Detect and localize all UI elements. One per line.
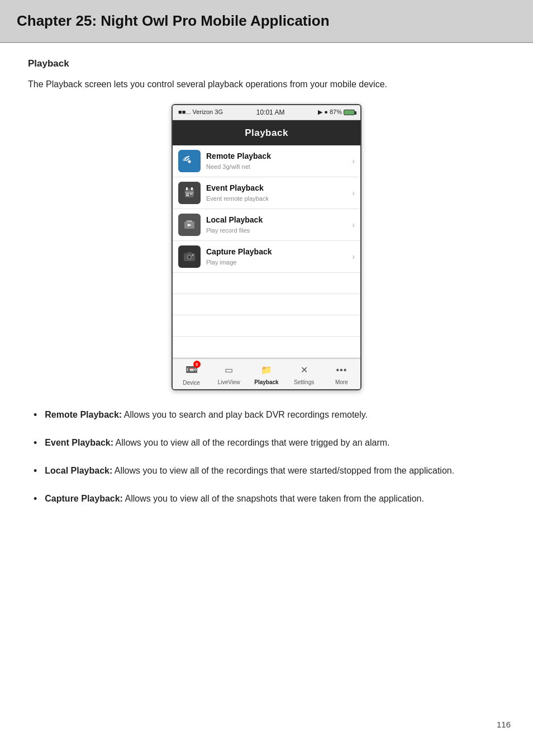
event-playback-title: Event Playback	[206, 182, 352, 194]
event-playback-text: Event Playback Event remote playback	[206, 182, 352, 204]
device-badge: 3	[193, 361, 201, 368]
bullet-dot-local: •	[34, 464, 37, 479]
svg-point-15	[192, 254, 194, 256]
svg-rect-6	[190, 193, 193, 195]
menu-item-remote[interactable]: Remote Playback Need 3g/wifi net ›	[173, 145, 360, 177]
empty-row-1	[173, 273, 360, 294]
page-number: 116	[497, 719, 511, 731]
menu-item-capture[interactable]: Capture Playback Play image ›	[173, 241, 360, 273]
tab-settings[interactable]: ✕ Settings	[290, 363, 318, 386]
status-carrier: ■■... Verizon 3G	[178, 107, 223, 117]
capture-icon	[178, 245, 201, 268]
event-icon	[178, 182, 201, 204]
remote-chevron: ›	[352, 155, 355, 167]
device-badge-container: 📼 3	[185, 362, 198, 377]
intro-text: The Playback screen lets you control sev…	[28, 77, 505, 92]
tab-playback[interactable]: 📁 Playback	[253, 363, 280, 386]
capture-playback-subtitle: Play image	[206, 258, 352, 267]
bullet-term-local: Local Playback:	[45, 466, 112, 475]
more-tab-icon: •••	[336, 363, 347, 377]
playback-tab-icon: 📁	[261, 363, 272, 377]
battery-icon	[344, 110, 355, 115]
svg-rect-4	[185, 192, 194, 193]
bullet-dot-event: •	[34, 436, 37, 451]
bullet-term-event: Event Playback:	[45, 438, 113, 447]
status-icons: ▶ ● 87%	[318, 107, 355, 117]
more-tab-label: More	[335, 378, 348, 386]
local-icon	[178, 214, 201, 236]
local-chevron: ›	[352, 219, 355, 231]
bullet-text-local: Local Playback: Allows you to view all o…	[45, 463, 454, 478]
menu-item-local[interactable]: Local Playback Play record files ›	[173, 209, 360, 241]
empty-row-2	[173, 294, 360, 315]
svg-point-13	[188, 256, 191, 259]
tab-liveview[interactable]: ▭ LiveView	[215, 363, 243, 386]
liveview-tab-icon: ▭	[225, 363, 233, 377]
event-playback-subtitle: Event remote playback	[206, 194, 352, 204]
bullet-text-event: Event Playback: Allows you to view all o…	[45, 435, 389, 450]
tab-more[interactable]: ••• More	[327, 363, 355, 386]
settings-tab-label: Settings	[294, 378, 314, 386]
chapter-header: Chapter 25: Night Owl Pro Mobile Applica…	[0, 0, 533, 43]
tab-device[interactable]: 📼 3 Device	[178, 362, 206, 387]
local-playback-subtitle: Play record files	[206, 226, 352, 235]
svg-rect-14	[187, 252, 192, 254]
bullet-text-capture: Capture Playback: Allows you to view all…	[45, 491, 424, 506]
phone-screen-title: Playback	[173, 120, 360, 146]
bullet-desc-remote: Allows you to search and play back DVR r…	[124, 410, 368, 419]
capture-chevron: ›	[352, 251, 355, 263]
menu-list: Remote Playback Need 3g/wifi net ›	[173, 145, 360, 358]
status-bar: ■■... Verizon 3G 10:01 AM ▶ ● 87%	[173, 105, 360, 120]
section-title: Playback	[28, 56, 505, 71]
bullet-desc-capture: Allows you to view all of the snapshots …	[125, 494, 423, 503]
main-content: Playback The Playback screen lets you co…	[0, 43, 533, 742]
status-time: 10:01 AM	[256, 107, 285, 117]
liveview-tab-label: LiveView	[218, 378, 240, 386]
chapter-title: Chapter 25: Night Owl Pro Mobile Applica…	[17, 10, 516, 32]
device-tab-label: Device	[183, 379, 200, 387]
bullet-dot-remote: •	[34, 408, 37, 423]
bullet-item-local: • Local Playback: Allows you to view all…	[34, 463, 505, 479]
bullet-term-capture: Capture Playback:	[45, 494, 123, 503]
svg-rect-7	[186, 195, 189, 196]
empty-row-3	[173, 315, 360, 337]
remote-playback-text: Remote Playback Need 3g/wifi net	[206, 150, 352, 172]
svg-rect-3	[191, 187, 193, 190]
playback-tab-label: Playback	[254, 378, 278, 386]
svg-point-0	[188, 160, 191, 163]
remote-playback-subtitle: Need 3g/wifi net	[206, 162, 352, 172]
remote-icon	[178, 150, 201, 172]
empty-row-4	[173, 337, 360, 358]
bullet-item-event: • Event Playback: Allows you to view all…	[34, 435, 505, 451]
local-playback-title: Local Playback	[206, 214, 352, 226]
local-playback-text: Local Playback Play record files	[206, 214, 352, 235]
svg-rect-2	[186, 187, 188, 190]
bullet-dot-capture: •	[34, 492, 37, 507]
event-chevron: ›	[352, 187, 355, 199]
bullet-desc-event: Allows you to view all of the recordings…	[116, 438, 390, 447]
svg-rect-10	[187, 220, 192, 222]
bullet-desc-local: Allows you to view all of the recordings…	[115, 466, 454, 475]
tab-bar: 📼 3 Device ▭ LiveView 📁 Playback ✕ Setti…	[173, 358, 360, 389]
bullet-item-remote: • Remote Playback: Allows you to search …	[34, 407, 505, 423]
capture-playback-text: Capture Playback Play image	[206, 246, 352, 267]
bullet-list: • Remote Playback: Allows you to search …	[28, 407, 505, 507]
menu-item-event[interactable]: Event Playback Event remote playback ›	[173, 177, 360, 209]
bullet-text-remote: Remote Playback: Allows you to search an…	[45, 407, 368, 422]
phone: ■■... Verizon 3G 10:01 AM ▶ ● 87% Playba…	[172, 104, 361, 391]
phone-mockup: ■■... Verizon 3G 10:01 AM ▶ ● 87% Playba…	[28, 104, 505, 391]
remote-playback-title: Remote Playback	[206, 150, 352, 162]
capture-playback-title: Capture Playback	[206, 246, 352, 258]
bullet-term-remote: Remote Playback:	[45, 410, 122, 419]
svg-rect-5	[186, 193, 189, 195]
bullet-item-capture: • Capture Playback: Allows you to view a…	[34, 491, 505, 507]
settings-tab-icon: ✕	[301, 363, 308, 377]
